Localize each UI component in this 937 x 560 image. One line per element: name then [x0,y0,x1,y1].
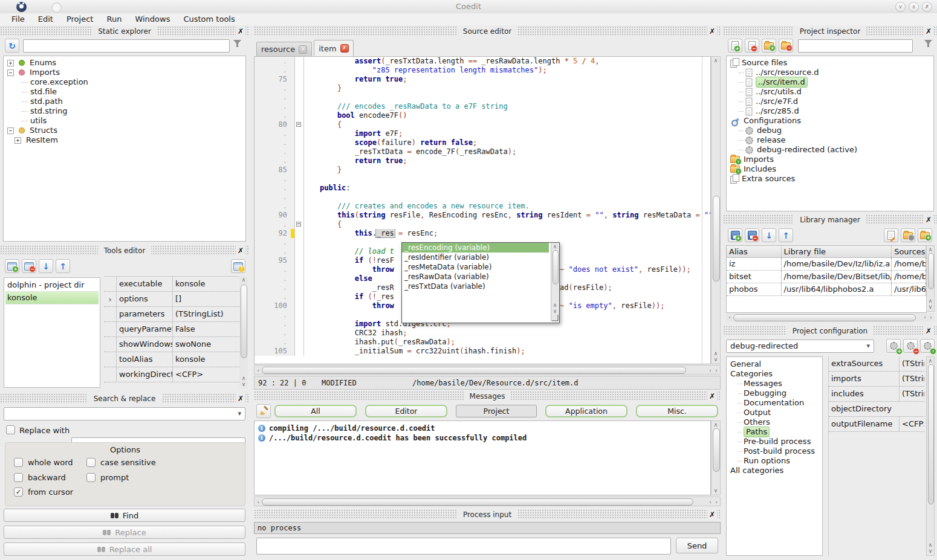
library-hscrollbar[interactable]: ‹ ‹ › [726,313,935,322]
search-option-backward[interactable]: backward [14,473,66,482]
project-tree-item[interactable]: ../src/z85.d [729,106,933,116]
close-icon[interactable]: ✗ [707,27,717,36]
config-category-item[interactable]: Post-build process [730,446,822,456]
tool-list-item[interactable]: dolphin - project dir [5,279,99,292]
symbol-tree-item[interactable]: std.path [6,97,245,106]
code-line[interactable]: .public: [255,184,710,193]
code-line[interactable]: . scope(failure) return false; [255,138,710,147]
property-value[interactable]: (TStringList) [172,307,239,321]
resize-grip[interactable] [552,315,559,321]
code-line[interactable]: 85 } [255,166,710,175]
project-tree-item[interactable]: debug [729,126,933,135]
code-line[interactable]: . /// creates and encodes a new resource… [255,202,710,211]
checkbox[interactable] [86,458,96,467]
expander-icon[interactable] [7,69,14,76]
code-line[interactable]: . "z85 representation length mismatches"… [255,66,710,75]
code-line[interactable]: . assert(_resTxtData.length == _resRawDa… [255,57,710,66]
symbol-tree-item[interactable]: std.file [6,87,245,97]
fold-margin[interactable] [294,84,304,93]
tab-close-icon[interactable]: ✗ [340,44,349,53]
project-tree-item[interactable]: Extra sources [729,174,933,184]
fold-margin[interactable] [294,256,304,265]
symbol-tree-item[interactable]: core.exception [6,77,245,87]
project-tree-item[interactable]: ../src/utils.d [729,87,933,97]
code-line[interactable]: . ihash.put(_resRawData); [255,338,710,347]
run-tool-button[interactable]: ! [231,259,245,273]
code-line[interactable]: 92 this._res = resEnc; [255,229,710,238]
fold-margin[interactable] [294,75,304,84]
property-value[interactable]: <CFP> [172,367,239,382]
messages-vscrollbar[interactable]: ∧ ∨ [711,420,721,495]
fold-margin[interactable] [294,320,304,329]
property-row[interactable]: parameters(TStringList) [104,307,239,322]
code-line[interactable]: 90 this(string resFile, ResEncoding resE… [255,211,710,220]
symbol-tree-item[interactable]: utils [6,116,245,126]
menu-windows[interactable]: Windows [128,13,177,25]
property-value[interactable]: False [172,322,239,336]
column-header-library-file[interactable]: Library file [782,246,892,257]
remove-tool-button[interactable]: − [22,259,36,273]
config-property-row[interactable]: outputFilename<CFP> [829,417,924,432]
property-value[interactable]: konsole [172,277,239,291]
expander-icon[interactable] [15,137,21,144]
config-property-row[interactable]: includes(TStringList) [829,387,924,402]
send-button[interactable]: Send [676,538,718,553]
tab-item[interactable]: item✗ [314,40,353,56]
fold-margin[interactable] [294,129,304,138]
code-line[interactable]: 80 { [255,120,710,129]
code-line[interactable]: . } [255,84,710,93]
fold-margin[interactable] [294,283,304,292]
fold-margin[interactable] [294,166,304,175]
menu-custom-tools[interactable]: Custom tools [177,13,241,25]
code-line[interactable]: . CRC32 ihash; [255,329,710,338]
code-area[interactable]: . assert(_resTxtData.length == _resRawDa… [254,56,711,364]
remove-library-button[interactable]: − [745,228,759,242]
app-paw-icon[interactable] [16,2,27,12]
fold-collapse-icon[interactable] [296,222,301,227]
filter-misc-button[interactable]: Misc. [636,405,718,417]
completion-item[interactable]: _resRawData (variable) [402,272,549,282]
code-line[interactable]: . /// encodes _resRawData to a e7F strin… [255,102,710,111]
fold-margin[interactable] [294,102,304,111]
fold-margin[interactable] [294,238,304,247]
fold-margin[interactable] [294,57,304,66]
config-category-item[interactable]: Others [730,417,822,427]
completion-item[interactable]: _resTxtData (variable) [402,282,549,291]
config-property-row[interactable]: imports(TStringList) [829,372,924,387]
close-icon[interactable]: ✗ [236,394,245,404]
property-row[interactable]: ›options[] [104,292,239,307]
symbol-tree-item[interactable]: Imports [6,68,245,77]
fold-margin[interactable] [294,311,304,320]
fold-margin[interactable] [294,156,304,166]
search-option-whole-word[interactable]: whole word [14,458,73,467]
property-row[interactable]: toolAliaskonsole [104,352,239,367]
filter-button[interactable] [233,40,241,49]
completion-scrollbar[interactable]: ∧ ∧ ∨ [551,243,559,321]
project-tree-item[interactable]: release [729,135,933,145]
completion-item[interactable]: _resMetaData (variable) [402,262,549,272]
launcher-icon[interactable] [51,2,62,13]
symbol-tree-item[interactable]: Structs [6,126,245,135]
add-library-folder-button[interactable]: + [918,228,932,242]
config-category-item[interactable]: Output [730,408,822,417]
symbol-tree-item[interactable]: Enums [6,58,245,68]
fold-collapse-icon[interactable] [296,122,301,127]
tab-resource[interactable]: resource✗ [256,42,312,56]
symbol-tree-item[interactable]: ResItem [6,135,245,145]
menu-file[interactable]: File [5,13,31,25]
close-icon[interactable]: ✗ [924,27,933,36]
fold-margin[interactable] [294,338,304,347]
fold-margin[interactable] [294,184,304,193]
message-item[interactable]: icompiling /.../build/resource.d.coedit [258,423,710,433]
messages-hscrollbar[interactable]: ‹ ‹ › [254,497,721,506]
remove-source-button[interactable]: − [745,39,759,53]
code-line[interactable]: . bool encodee7F() [255,111,710,120]
move-library-down-button[interactable]: ↓ [762,228,776,242]
fold-margin[interactable] [294,93,304,102]
property-row[interactable]: showWindowsswoNone [104,337,239,352]
close-icon[interactable]: ✗ [236,246,245,256]
config-category-item[interactable]: Documentation [730,398,822,408]
config-category-item[interactable]: Run options [730,456,822,466]
checkbox[interactable] [14,473,23,482]
move-tool-down-button[interactable]: ↓ [39,259,53,273]
